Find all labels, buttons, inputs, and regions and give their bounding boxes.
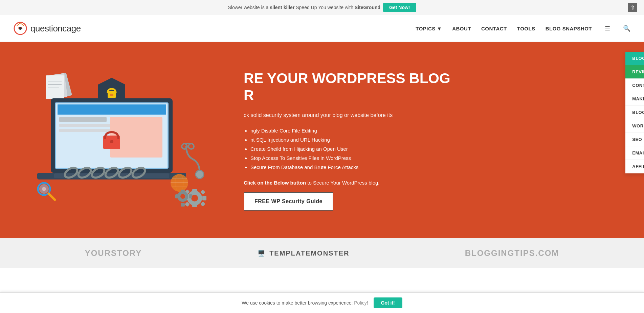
logo[interactable]: questioncage bbox=[14, 22, 81, 35]
nav-contact[interactable]: CONTACT bbox=[481, 26, 507, 31]
free-guide-button[interactable]: FREE WP Security Guide bbox=[244, 192, 333, 211]
hero-cta-bold: Click on the Below button bbox=[244, 180, 306, 186]
hero-image bbox=[27, 69, 230, 211]
svg-rect-43 bbox=[192, 203, 197, 207]
header: questioncage TOPICS ▼ ABOUT CONTACT TOOL… bbox=[0, 15, 644, 42]
hero-section: RE YOUR WORDPRESS BLOG R ck solid securi… bbox=[0, 42, 644, 238]
svg-point-25 bbox=[104, 166, 120, 180]
logo-text: questioncage bbox=[30, 23, 81, 34]
svg-rect-52 bbox=[181, 190, 185, 193]
dropdown-content-writing[interactable]: CONTENT WRITING bbox=[625, 79, 644, 92]
search-icon[interactable]: 🔍 bbox=[623, 25, 630, 32]
scroll-up-button[interactable]: ⇧ bbox=[628, 3, 637, 12]
header-nav-wrapper: TOPICS ▼ ABOUT CONTACT TOOLS BLOG SNAPSH… bbox=[416, 25, 630, 32]
list-item: Stop Access To Sensitive Files in WordPr… bbox=[250, 153, 617, 163]
svg-point-26 bbox=[117, 166, 133, 180]
chain-icon bbox=[61, 163, 156, 184]
brands-strip: YOURSTORY 🖥️ TemplateMonster BLOGGINGTIP… bbox=[0, 238, 644, 268]
svg-point-28 bbox=[196, 170, 204, 178]
svg-point-30 bbox=[188, 144, 194, 149]
nav-topics[interactable]: TOPICS ▼ bbox=[416, 26, 442, 31]
hero-title: RE YOUR WORDPRESS BLOG R bbox=[244, 70, 617, 104]
hero-content: RE YOUR WORDPRESS BLOG R ck solid securi… bbox=[230, 70, 617, 211]
list-item: Secure From Database and Brute Force Att… bbox=[250, 163, 617, 172]
dropdown-blogging[interactable]: BLOGGING bbox=[625, 106, 644, 119]
svg-rect-13 bbox=[58, 104, 166, 115]
svg-point-24 bbox=[90, 166, 106, 180]
svg-rect-14 bbox=[59, 117, 107, 122]
template-monster-icon: 🖥️ bbox=[258, 250, 266, 257]
nav-tools[interactable]: TOOLS bbox=[517, 26, 535, 31]
svg-line-38 bbox=[49, 194, 55, 200]
list-item: ngly Disable Core File Editing bbox=[250, 126, 617, 135]
brand-templatemonster: 🖥️ TemplateMonster bbox=[258, 249, 350, 257]
logo-icon bbox=[14, 22, 27, 35]
hamburger-icon[interactable]: ☰ bbox=[605, 25, 610, 32]
banner-text-before: Slower website is a bbox=[228, 5, 268, 10]
svg-rect-46 bbox=[200, 190, 205, 195]
svg-point-27 bbox=[131, 166, 147, 180]
hero-title-line1: RE YOUR WORDPRESS BLOG bbox=[244, 70, 617, 87]
get-now-button[interactable]: Get Now! bbox=[383, 3, 416, 12]
nav-blog-snapshot[interactable]: BLOG SNAPSHOT bbox=[546, 26, 592, 31]
list-item: nt SQL Injections and URL Hacking bbox=[250, 135, 617, 144]
banner-text: Slower website is a silent killer Speed … bbox=[228, 5, 380, 10]
svg-rect-42 bbox=[192, 189, 197, 193]
hero-illustration bbox=[27, 69, 217, 211]
svg-rect-55 bbox=[175, 194, 179, 198]
list-item: Create Sheild from Hijacking an Open Use… bbox=[250, 144, 617, 153]
svg-point-19 bbox=[110, 140, 113, 143]
hero-description: ck solid security system around your blo… bbox=[244, 111, 617, 120]
svg-point-1 bbox=[19, 27, 22, 30]
dropdown-reviews[interactable]: REVIEWS bbox=[625, 65, 644, 79]
main-nav: TOPICS ▼ ABOUT CONTACT TOOLS BLOG SNAPSH… bbox=[416, 25, 630, 32]
nav-about[interactable]: ABOUT bbox=[452, 26, 471, 31]
banner-text-after: Speed Up You website with bbox=[296, 5, 353, 10]
svg-rect-44 bbox=[202, 196, 206, 200]
dropdown-blogger-interviews[interactable]: BLOGGER INTERVIEWS bbox=[625, 52, 644, 65]
svg-rect-47 bbox=[200, 201, 205, 207]
dropdown-wordpress[interactable]: WORDPRESS bbox=[625, 119, 644, 133]
chevron-down-icon: ▼ bbox=[437, 26, 442, 31]
top-banner: Slower website is a silent killer Speed … bbox=[0, 0, 644, 15]
magnifier-icon bbox=[34, 179, 58, 204]
svg-point-23 bbox=[77, 166, 93, 180]
banner-bold-text: silent killer bbox=[270, 5, 294, 10]
topics-dropdown: BLOGGER INTERVIEWS REVIEWS CONTENT WRITI… bbox=[625, 52, 644, 173]
hero-bullet-list: ngly Disable Core File Editing nt SQL In… bbox=[244, 126, 617, 172]
hero-cta-after: to Secure Your WordPress blog. bbox=[307, 180, 379, 186]
dropdown-affiliate-marketing[interactable]: AFFILIATE MARKETING bbox=[625, 160, 644, 173]
svg-point-39 bbox=[42, 187, 46, 191]
svg-rect-54 bbox=[189, 194, 192, 198]
hero-title-line2: R bbox=[244, 87, 617, 104]
brand-templatemonster-label: TemplateMonster bbox=[269, 249, 349, 257]
svg-point-51 bbox=[180, 194, 185, 199]
banner-brand: SiteGround bbox=[355, 5, 380, 10]
brand-yourstory: YOURSTORY bbox=[85, 248, 142, 258]
gears-icon bbox=[173, 183, 210, 211]
dropdown-make-money[interactable]: MAKE MONEY bbox=[625, 92, 644, 106]
dropdown-email-marketing[interactable]: EMAIL MARKETING bbox=[625, 146, 644, 160]
brand-bloggingtips: BLOGGINGTIPS.COM bbox=[465, 248, 559, 258]
hero-cta-text: Click on the Below button to Secure Your… bbox=[244, 180, 617, 186]
nav-topics-label: TOPICS bbox=[416, 26, 436, 31]
svg-rect-53 bbox=[181, 203, 185, 207]
svg-point-22 bbox=[63, 166, 79, 180]
dropdown-seo[interactable]: SEO bbox=[625, 133, 644, 146]
